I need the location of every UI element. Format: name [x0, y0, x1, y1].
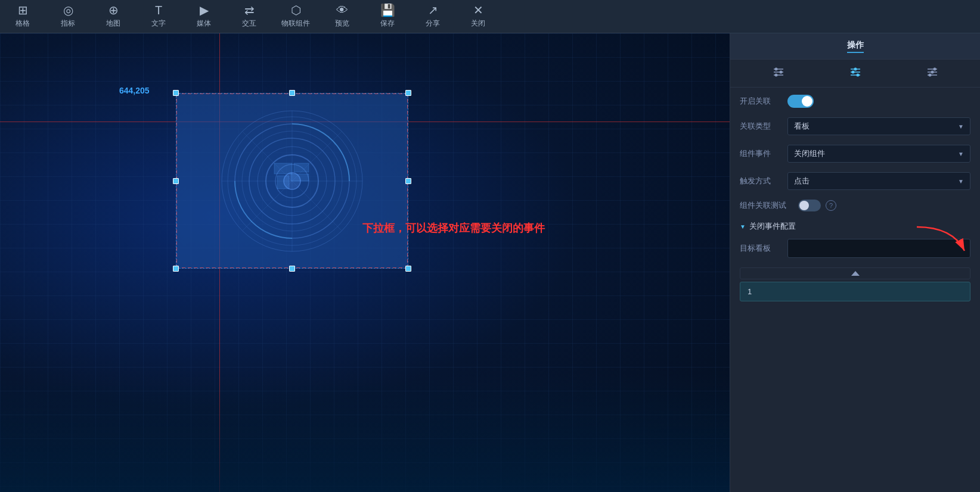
section-close-event: ▼ 关闭事件配置 — [740, 221, 970, 232]
dropdown-list-item-1[interactable]: 1 — [740, 282, 970, 301]
resize-handle-bc[interactable] — [289, 266, 295, 272]
toolbar-iot[interactable]: ⬡ 物联组件 — [281, 4, 310, 29]
trigger-label: 触发方式 — [740, 176, 783, 186]
enable-link-toggle[interactable] — [787, 95, 814, 108]
svg-point-34 — [928, 74, 931, 77]
assoc-test-label: 组件关联测试 — [740, 200, 793, 211]
panel-tabs — [730, 60, 980, 88]
widget-content — [176, 93, 408, 269]
scroll-up-button[interactable] — [740, 267, 970, 279]
share-icon: ↗ — [428, 4, 438, 16]
toolbar-preview[interactable]: 👁 预览 — [329, 4, 355, 29]
svg-point-27 — [851, 71, 854, 74]
toolbar-share-label: 分享 — [426, 18, 440, 29]
svg-rect-14 — [294, 163, 309, 172]
svg-point-33 — [931, 71, 934, 74]
canvas-background: 644,205 — [0, 33, 730, 492]
panel-title: 操作 — [847, 40, 864, 53]
panel-tab-1[interactable] — [767, 64, 790, 82]
toolbar-text[interactable]: T 文字 — [145, 4, 172, 29]
toolbar-share[interactable]: ↗ 分享 — [420, 4, 446, 29]
svg-point-32 — [933, 68, 936, 71]
panel-content: 开启关联 关联类型 看板 ▼ 组件事件 关闭组件 ▼ — [730, 88, 980, 492]
trigger-value: 点击 — [794, 176, 810, 186]
assoc-test-toggle[interactable] — [798, 200, 821, 211]
selected-widget[interactable] — [176, 93, 408, 269]
target-kanban-label: 目标看板 — [740, 243, 783, 254]
panel-tab-3[interactable] — [921, 64, 944, 82]
right-panel: 操作 — [730, 33, 980, 492]
target-kanban-row: 目标看板 — [740, 239, 970, 258]
map-icon: ⊕ — [108, 4, 119, 16]
floor-background — [0, 373, 730, 492]
resize-handle-tc[interactable] — [289, 90, 295, 96]
component-event-label: 组件事件 — [740, 148, 783, 159]
toolbar-save-label: 保存 — [380, 18, 395, 29]
section-label: 关闭事件配置 — [749, 221, 796, 232]
svg-rect-13 — [274, 163, 292, 174]
close-icon: ✕ — [473, 4, 483, 16]
component-event-value: 关闭组件 — [794, 148, 825, 159]
target-kanban-input[interactable] — [787, 239, 970, 258]
assoc-test-row: 组件关联测试 ? — [740, 200, 970, 211]
toolbar-map-label: 地图 — [106, 18, 120, 29]
component-event-dropdown[interactable]: 关闭组件 ▼ — [787, 145, 970, 163]
panel-tab-2[interactable] — [844, 64, 867, 82]
svg-rect-15 — [277, 176, 289, 189]
component-event-row: 组件事件 关闭组件 ▼ — [740, 145, 970, 163]
metrics-icon: ◎ — [63, 4, 73, 16]
toolbar-media[interactable]: ▶ 媒体 — [191, 4, 217, 29]
canvas-area[interactable]: 644,205 — [0, 33, 730, 492]
toolbar: ⊞ 格格 ◎ 指标 ⊕ 地图 T 文字 ▶ 媒体 ⇄ 交互 ⬡ 物联组件 👁 预… — [0, 0, 980, 33]
toolbar-preview-label: 预览 — [335, 18, 349, 29]
toolbar-media-label: 媒体 — [197, 18, 211, 29]
trigger-row: 触发方式 点击 ▼ — [740, 172, 970, 190]
toolbar-map[interactable]: ⊕ 地图 — [100, 4, 126, 29]
media-icon: ▶ — [200, 4, 209, 16]
toolbar-close-label: 关闭 — [471, 18, 485, 29]
toolbar-text-label: 文字 — [151, 18, 166, 29]
link-type-row: 关联类型 看板 ▼ — [740, 117, 970, 135]
link-type-arrow-icon: ▼ — [958, 123, 964, 130]
toolbar-interact[interactable]: ⇄ 交互 — [236, 4, 262, 29]
save-icon: 💾 — [380, 4, 395, 16]
toolbar-iot-label: 物联组件 — [281, 18, 310, 29]
text-icon: T — [155, 4, 162, 16]
help-icon[interactable]: ? — [826, 200, 836, 211]
svg-point-22 — [774, 74, 777, 77]
dropdown-item-value: 1 — [748, 287, 752, 296]
link-type-label: 关联类型 — [740, 121, 783, 132]
coordinate-label: 644,205 — [119, 86, 150, 95]
toolbar-grid[interactable]: ⊞ 格格 — [10, 4, 36, 29]
svg-marker-36 — [851, 271, 860, 276]
toolbar-metrics-label: 指标 — [61, 18, 75, 29]
toolbar-close[interactable]: ✕ 关闭 — [465, 4, 491, 29]
svg-point-26 — [854, 68, 857, 71]
toolbar-save[interactable]: 💾 保存 — [374, 4, 401, 29]
resize-handle-bl[interactable] — [173, 266, 179, 272]
enable-link-row: 开启关联 — [740, 95, 970, 108]
resize-handle-tr[interactable] — [405, 90, 411, 96]
main-area: 644,205 — [0, 33, 980, 492]
resize-handle-mr[interactable] — [405, 178, 411, 184]
toolbar-grid-label: 格格 — [15, 18, 30, 29]
link-type-value: 看板 — [794, 121, 810, 132]
grid-icon: ⊞ — [18, 4, 28, 16]
resize-handle-tl[interactable] — [173, 90, 179, 96]
link-type-dropdown[interactable]: 看板 ▼ — [787, 117, 970, 135]
iot-icon: ⬡ — [291, 4, 301, 16]
section-chevron-icon: ▼ — [740, 223, 746, 230]
interact-icon: ⇄ — [244, 4, 255, 16]
resize-handle-br[interactable] — [405, 266, 411, 272]
component-event-arrow-icon: ▼ — [958, 151, 964, 157]
panel-header: 操作 — [730, 33, 980, 60]
svg-rect-16 — [291, 174, 309, 181]
toolbar-interact-label: 交互 — [242, 18, 256, 29]
trigger-dropdown[interactable]: 点击 ▼ — [787, 172, 970, 190]
svg-point-21 — [779, 71, 782, 74]
svg-point-28 — [856, 74, 859, 77]
toolbar-metrics[interactable]: ◎ 指标 — [55, 4, 81, 29]
svg-point-20 — [774, 68, 777, 71]
circular-diagram — [218, 107, 367, 256]
resize-handle-ml[interactable] — [173, 178, 179, 184]
